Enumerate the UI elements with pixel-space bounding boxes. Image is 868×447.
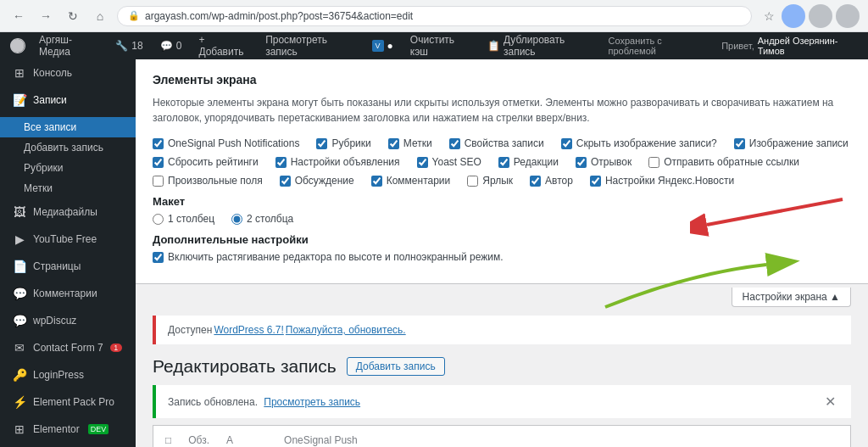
add-new-button[interactable]: Добавить запись [347,357,445,376]
cb-kommentarii-label: Комментарии [387,175,451,187]
sidebar-item-wpdiscuz[interactable]: 💬 wpDiscuz [0,307,136,334]
cb-sbrosit[interactable]: Сбросить рейтинги [153,156,259,168]
cb-proiz-input[interactable] [153,176,164,187]
admin-bar-add-new[interactable]: + Добавить [192,32,255,59]
radio-2col[interactable]: 2 столбца [231,213,293,225]
admin-bar-duplicate[interactable]: 📋 Дублировать запись [481,32,598,59]
cb-nastroyki-ob-input[interactable] [275,157,287,168]
sidebar-item-pages[interactable]: 📄 Страницы [0,253,136,280]
sidebar-item-cf7[interactable]: ✉ Contact Form 7 1 [0,334,136,361]
sidebar-item-add-zapisi[interactable]: Добавить запись [0,137,136,158]
sidebar-item-media[interactable]: 🖼 Медиафайлы [0,198,136,226]
cb-yandex-novosti[interactable]: Настройки Яндекс.Новости [590,175,734,187]
loginpress-icon: 🔑 [13,368,26,382]
sidebar-item-zapisi[interactable]: 📝 Записи [0,87,136,114]
user-greeting: Привет, [721,41,754,51]
refresh-button[interactable]: ↻ [63,6,83,26]
cb-avtor[interactable]: Автор [530,175,573,187]
cb-izobrazhenie[interactable]: Изображение записи [734,137,849,149]
cb-svoystva[interactable]: Свойства записи [449,137,544,149]
cb-obr-ssylki-label: Отправить обратные ссылки [664,156,799,168]
cb-onesignal-label: OneSignal Push Notifications [168,137,299,149]
cb-otryvok[interactable]: Отрывок [576,156,632,168]
wp-logo[interactable] [7,32,29,59]
cb-svoystva-label: Свойства записи [465,137,544,149]
dev-badge: DEV [88,424,109,434]
radio-1col[interactable]: 1 столбец [153,213,214,225]
zapisi-submenu: Все записи Добавить запись Рубрики Метки [0,114,136,198]
cb-obr-ssylki[interactable]: Отправить обратные ссылки [648,156,799,168]
wp-main: ⊞ Консоль 📝 Записи Все записи Добавить з… [0,59,868,447]
admin-bar-user[interactable]: Сохранить с проблемой [602,32,712,59]
sidebar-label-youtube: YouTube Free [33,233,97,245]
admin-bar-comments[interactable]: 💬 0 [153,32,189,59]
sidebar-item-all-zapisi[interactable]: Все записи [0,117,136,137]
lock-icon: 🔒 [128,10,140,21]
cb-kommentarii-input[interactable] [371,176,382,187]
sidebar-item-konsol[interactable]: ⊞ Консоль [0,59,136,87]
cb-stretch[interactable]: Включить растягивание редактора по высот… [153,251,504,263]
cb-yarlik[interactable]: Ярлык [467,175,513,187]
cb-yandex-novosti-input[interactable] [590,176,601,187]
radio-2col-input[interactable] [231,214,242,225]
sidebar-item-elementor[interactable]: ⊞ Elementor DEV [0,416,136,443]
cb-metki-input[interactable] [388,138,399,149]
cb-otryvok-input[interactable] [576,157,587,168]
dismiss-notice-button[interactable]: ✕ [821,394,839,410]
success-view-link[interactable]: Просмотреть запись [264,396,360,408]
cb-redaktsii[interactable]: Редакции [498,156,559,168]
admin-bar-site[interactable]: Аргяш-Медиа [32,32,105,59]
sidebar-item-youtube[interactable]: ▶ YouTube Free [0,226,136,253]
screen-options-title: Элементы экрана [153,73,851,87]
update-please-link[interactable]: Пожалуйста, обновитесь. [286,324,406,336]
cb-skryt[interactable]: Скрыть изображение записи? [561,137,717,149]
home-button[interactable]: ⌂ [90,6,110,26]
cb-nastroyki-ob[interactable]: Настройки объявления [275,156,400,168]
cb-stretch-input[interactable] [153,252,164,263]
cb-skryt-input[interactable] [561,138,572,149]
cb-izobrazhenie-input[interactable] [734,138,745,149]
cb-obsuzhdenie-input[interactable] [280,176,291,187]
cb-rubrics[interactable]: Рубрики [316,137,370,149]
sidebar-item-comments[interactable]: 💬 Комментарии [0,280,136,307]
cb-yoast-input[interactable] [417,157,428,168]
sidebar-item-rubrics[interactable]: Рубрики [0,158,136,178]
checkboxes-row2: Сбросить рейтинги Настройки объявления Y… [153,156,851,168]
radio-2col-label: 2 столбца [247,213,293,225]
update-wp-link[interactable]: WordPress 6.7! [214,324,283,336]
cb-svoystva-input[interactable] [449,138,460,149]
cb-redaktsii-input[interactable] [498,157,509,168]
sidebar-label-zapisi: Записи [33,94,67,106]
sidebar-item-loginpress[interactable]: 🔑 LoginPress [0,361,136,388]
admin-bar-clear-cache[interactable]: Очистить кэш [403,32,477,59]
cb-kommentarii[interactable]: Комментарии [371,175,451,187]
cb-metki[interactable]: Метки [388,137,432,149]
admin-bar-plugin1[interactable]: V ● [365,32,400,59]
cb-obr-ssylki-input[interactable] [648,157,659,168]
sidebar-item-element-pack[interactable]: ⚡ Element Pack Pro [0,388,136,416]
back-button[interactable]: ← [8,6,29,26]
page-title: Редактировать запись [153,356,337,377]
cb-rubrics-input[interactable] [316,138,327,149]
cb-yarlik-input[interactable] [467,176,478,187]
elementor-icon: ⊞ [13,422,26,436]
admin-bar-user-name[interactable]: Привет, Андрей Озерянин-Тимов [715,32,861,59]
radio-1col-input[interactable] [153,214,164,225]
sidebar-item-metki[interactable]: Метки [0,178,136,198]
cb-sbrosit-input[interactable] [153,157,164,168]
green-arrow-annotation [563,248,817,316]
cb-onesignal-input[interactable] [153,138,164,149]
forward-button[interactable]: → [36,6,56,26]
admin-bar-updates[interactable]: 🔧 18 [108,32,149,59]
table-col-a: А [226,434,233,446]
cb-onesignal[interactable]: OneSignal Push Notifications [153,137,299,149]
cb-avtor-input[interactable] [530,176,541,187]
bookmark-icon[interactable]: ☆ [764,9,775,23]
sidebar-label-comments: Комментарии [33,288,97,299]
cb-yoast[interactable]: Yoast SEO [417,156,481,168]
admin-bar-preview[interactable]: Просмотреть запись [259,32,361,59]
address-bar[interactable]: 🔒 argayash.com/wp-admin/post.php?post=36… [117,6,752,26]
cb-proiz[interactable]: Произвольные поля [153,175,263,187]
cb-obsuzhdenie[interactable]: Обсуждение [280,175,354,187]
cb-proiz-label: Произвольные поля [168,175,263,187]
